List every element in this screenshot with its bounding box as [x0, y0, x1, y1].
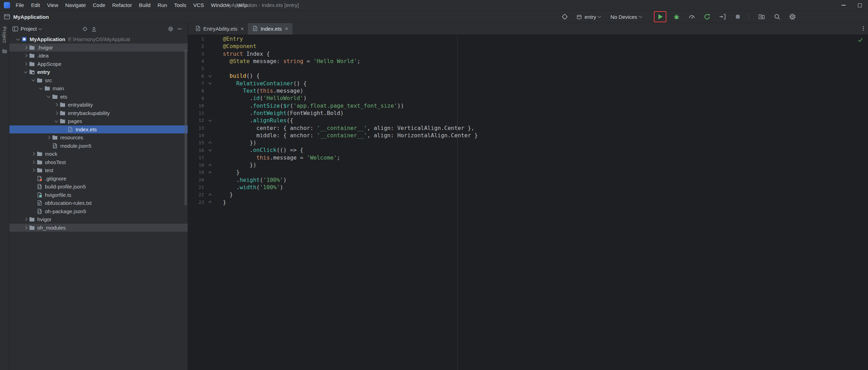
project-stripe-button[interactable]: Project: [2, 26, 7, 43]
chevron-down-icon[interactable]: [38, 88, 44, 89]
menu-edit[interactable]: Edit: [28, 0, 44, 10]
maximize-button[interactable]: [852, 0, 868, 10]
tree-item-hvigor[interactable]: hvigor: [9, 215, 188, 224]
project-scrollbar[interactable]: [185, 49, 187, 206]
menu-tools[interactable]: Tools: [171, 0, 190, 10]
tree-item-obfuscation-rules-txt[interactable]: obfuscation-rules.txt: [9, 199, 188, 207]
chevron-right-icon[interactable]: [46, 136, 52, 139]
close-tab-icon[interactable]: ×: [285, 26, 288, 32]
chevron-right-icon[interactable]: [23, 46, 29, 49]
minimize-button[interactable]: [835, 0, 852, 10]
chevron-down-icon[interactable]: [15, 39, 21, 40]
chevron-down-icon[interactable]: [53, 121, 59, 122]
chevron-down-icon: [639, 15, 642, 18]
fold-marker-icon[interactable]: [204, 201, 216, 203]
tree-item-index-ets[interactable]: Index.ets: [9, 125, 188, 134]
settings-button[interactable]: [787, 12, 798, 22]
folder-icon: [29, 61, 35, 67]
tree-item--hvigor[interactable]: .hvigor: [9, 44, 188, 52]
chevron-right-icon[interactable]: [23, 226, 29, 229]
menu-refactor[interactable]: Refactor: [109, 0, 135, 10]
fold-marker-icon[interactable]: [204, 75, 216, 77]
stop-button[interactable]: [733, 12, 743, 22]
tree-item-ets[interactable]: ets: [9, 93, 188, 101]
search-button[interactable]: [772, 12, 782, 22]
menu-bar: FileEditViewNavigateCodeRefactorBuildRun…: [0, 0, 868, 11]
menu-build[interactable]: Build: [135, 0, 154, 10]
menu-view[interactable]: View: [44, 0, 62, 10]
menu-file[interactable]: File: [12, 0, 28, 10]
device-target-button[interactable]: [560, 12, 570, 22]
tab-options-icon[interactable]: [863, 26, 864, 31]
fold-marker-icon[interactable]: [204, 83, 216, 84]
run-button[interactable]: [655, 12, 665, 22]
tree-item-label: resources: [60, 134, 83, 140]
code-editor[interactable]: 1@Entry2@Component3struct Index {4 @Stat…: [188, 34, 868, 370]
tree-item-entry[interactable]: entry: [9, 68, 188, 76]
chevron-down-icon[interactable]: [30, 79, 36, 81]
code-text: .id('HelloWorld'): [216, 94, 307, 102]
fold-marker-icon[interactable]: [204, 142, 216, 144]
tree-item-oh-package-json5[interactable]: {}oh-package.json5: [9, 207, 188, 216]
code-line: 8 Text(this.message): [188, 87, 868, 94]
tree-item-appscope[interactable]: AppScope: [9, 60, 188, 68]
fold-marker-icon[interactable]: [204, 172, 216, 173]
tree-item-label: .gitignore: [45, 176, 67, 182]
chevron-down-icon[interactable]: [38, 26, 42, 30]
close-tab-icon[interactable]: ×: [241, 26, 244, 32]
chevron-right-icon[interactable]: [30, 169, 36, 171]
debug-button[interactable]: [671, 12, 682, 22]
chevron-down-icon[interactable]: [46, 96, 52, 97]
tree-item-pages[interactable]: pages: [9, 117, 188, 125]
tree-item-oh-modules[interactable]: oh_modules: [9, 224, 188, 232]
inspection-ok-icon[interactable]: [858, 37, 863, 44]
project-tool-icon[interactable]: [2, 48, 7, 55]
menu-run[interactable]: Run: [154, 0, 171, 10]
module-icon: [576, 14, 582, 20]
tree-item-module-json5[interactable]: {}module.json5: [9, 142, 188, 150]
tree-item-entryability[interactable]: entryability: [9, 101, 188, 109]
tree-item-myapplication[interactable]: MyApplicationE:\HarmonyOS\MyApplicat: [9, 35, 188, 44]
tab-entryability-ets[interactable]: EntryAbility.ets×: [191, 23, 248, 34]
tree-item-entrybackupability[interactable]: entrybackupability: [9, 109, 188, 117]
folder-icon: [59, 118, 66, 124]
hide-panel-button[interactable]: [175, 24, 184, 33]
restart-button[interactable]: [702, 12, 712, 22]
device-file-explorer-button[interactable]: [757, 12, 767, 22]
tree-item-test[interactable]: test: [9, 166, 188, 175]
collapse-all-button[interactable]: [89, 24, 99, 33]
menu-navigate[interactable]: Navigate: [62, 0, 89, 10]
chevron-right-icon[interactable]: [53, 103, 59, 106]
tree-item-src[interactable]: src: [9, 76, 188, 85]
device-selector[interactable]: No Devices: [607, 13, 645, 21]
run-config-selector[interactable]: entry: [573, 13, 604, 21]
tab-index-ets[interactable]: Index.ets×: [248, 23, 292, 34]
fold-marker-icon[interactable]: [204, 194, 216, 195]
menu-code[interactable]: Code: [89, 0, 109, 10]
chevron-right-icon[interactable]: [23, 63, 29, 65]
tree-item-hvigorfile-ts[interactable]: TShvigorfile.ts: [9, 191, 188, 199]
tree-item-resources[interactable]: resources: [9, 133, 188, 142]
panel-options-button[interactable]: [166, 24, 175, 33]
tree-item-ohostest[interactable]: ohosTest: [9, 158, 188, 167]
tree-item-mock[interactable]: mock: [9, 150, 188, 158]
profiler-button[interactable]: [687, 12, 697, 22]
tree-item-build-profile-json5[interactable]: {}build-profile.json5: [9, 183, 188, 191]
locate-file-button[interactable]: [80, 24, 89, 33]
tree-item--idea[interactable]: .idea: [9, 52, 188, 60]
attach-debugger-button[interactable]: [717, 12, 728, 22]
chevron-right-icon[interactable]: [53, 112, 59, 114]
menu-vcs[interactable]: VCS: [190, 0, 208, 10]
chevron-right-icon[interactable]: [23, 218, 29, 221]
fold-marker-icon[interactable]: [204, 120, 216, 121]
tree-item-label: build-profile.json5: [45, 184, 86, 190]
tree-item--gitignore[interactable]: .gitignore: [9, 175, 188, 183]
tree-item-main[interactable]: main: [9, 84, 188, 93]
fold-marker-icon[interactable]: [204, 149, 216, 151]
chevron-right-icon[interactable]: [23, 54, 29, 57]
chevron-right-icon[interactable]: [30, 161, 36, 163]
json5-file-icon: {}: [36, 208, 43, 214]
chevron-right-icon[interactable]: [30, 153, 36, 155]
fold-marker-icon[interactable]: [204, 164, 216, 166]
chevron-down-icon[interactable]: [23, 71, 29, 73]
